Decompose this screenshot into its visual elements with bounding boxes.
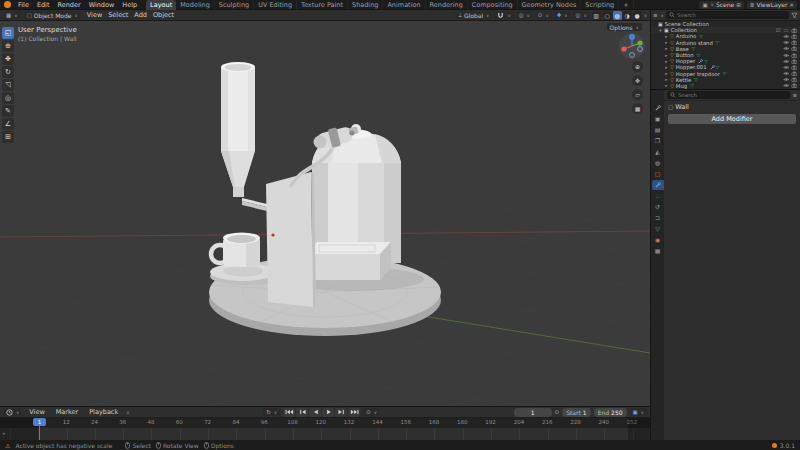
expand-caret-icon[interactable]: ▸	[663, 77, 670, 82]
gizmos-toggle[interactable]: ✚ ∨	[554, 11, 571, 19]
viewport-menu-item[interactable]: Add	[131, 11, 150, 19]
play-button[interactable]	[322, 408, 334, 417]
keying-set-icon[interactable]: ⊙	[555, 409, 560, 415]
properties-search[interactable]	[667, 91, 790, 99]
frame-end-field[interactable]: End 250	[594, 408, 627, 417]
properties-tab[interactable]: ◭	[652, 147, 664, 157]
model-hopper[interactable]	[221, 62, 255, 197]
shading-material-button[interactable]: ◑	[623, 11, 632, 20]
properties-tab[interactable]	[652, 180, 664, 190]
viewport-options-dropdown[interactable]: Options ∨	[607, 23, 642, 31]
channel-caret-icon[interactable]: ▸	[3, 430, 6, 436]
remove-view-layer-icon[interactable]: ✕	[789, 2, 794, 8]
outliner-object-row[interactable]: ▸ ▽ Mug ▽	[651, 83, 800, 89]
render-camera-icon[interactable]	[790, 46, 798, 51]
workspace-tab[interactable]: Texture Paint	[297, 0, 348, 10]
workspace-tab[interactable]: Rendering	[426, 0, 468, 10]
properties-tab[interactable]: ↺	[652, 202, 664, 212]
properties-search-input[interactable]	[678, 92, 787, 98]
expand-caret-icon[interactable]: ▸	[663, 40, 670, 45]
render-camera-icon[interactable]	[790, 71, 798, 76]
topbar-menu-item[interactable]: Window	[85, 1, 119, 9]
auto-keying-toggle[interactable]: ⊙ ∨	[363, 408, 380, 416]
jump-to-end-button[interactable]	[348, 408, 360, 417]
navigation-gizmo[interactable]	[618, 32, 646, 60]
properties-tab[interactable]: ▢	[652, 169, 664, 179]
hide-eye-icon[interactable]	[782, 40, 790, 45]
viewport-nav-button[interactable]: ▱	[632, 89, 643, 100]
workspace-tab[interactable]: Layout	[146, 0, 176, 10]
expand-caret-icon[interactable]: ▸	[663, 46, 670, 51]
current-frame-field[interactable]: 1	[514, 408, 552, 417]
workspace-tab[interactable]: Modeling	[176, 0, 215, 10]
workspace-tab[interactable]: Scripting	[581, 0, 619, 10]
viewport-menu-item[interactable]: Object	[150, 11, 177, 19]
hide-eye-icon[interactable]	[782, 53, 790, 58]
render-camera-icon[interactable]	[790, 83, 798, 88]
hide-eye-icon[interactable]	[782, 77, 790, 82]
gizmo-z-axis[interactable]	[629, 34, 635, 40]
timeline-ruler[interactable]: 1224364860728496108120132144156168180192…	[0, 418, 650, 428]
topbar-menu-item[interactable]: Edit	[33, 1, 54, 9]
timeline-editor-type-button[interactable]: ∨	[3, 408, 22, 416]
hide-eye-icon[interactable]	[782, 59, 790, 64]
toolbar-tool-button[interactable]: ◹	[2, 79, 14, 91]
expand-caret-icon[interactable]: ▸	[663, 59, 670, 64]
toolbar-tool-button[interactable]: ✥	[2, 53, 14, 65]
properties-tab[interactable]: ◉	[652, 235, 664, 245]
expand-caret-icon[interactable]: ▸	[663, 34, 670, 39]
viewport-menu-item[interactable]: View	[84, 11, 105, 19]
properties-tab[interactable]: ▤	[652, 125, 664, 135]
viewport-nav-button[interactable]: ✥	[632, 75, 643, 86]
toolbar-tool-button[interactable]: ⊕	[2, 40, 14, 52]
view-layer-selector[interactable]: ≣ ViewLayer ✕	[747, 1, 797, 9]
gizmo-x-axis[interactable]	[621, 46, 626, 51]
exclude-checkbox-icon[interactable]: ☑	[774, 27, 782, 33]
model-hopper-trapdoor[interactable]	[242, 198, 267, 211]
frame-start-field[interactable]: Start 1	[562, 408, 591, 417]
workspace-tab[interactable]: Geometry Nodes	[518, 0, 582, 10]
scene-selector[interactable]: ▣ ∨ Scene ⊞	[699, 1, 743, 9]
toolbar-tool-button[interactable]: ✎	[2, 105, 14, 117]
3d-viewport[interactable]: ◱⊕✥↻◹◎✎∠⊞ User Perspective (1) Collectio…	[0, 21, 650, 406]
properties-options-icon[interactable]: ≡	[792, 92, 797, 98]
outliner-editor-icon[interactable]: ≡	[653, 12, 658, 18]
overlays-toggle[interactable]: ◎ ∨	[573, 11, 590, 19]
workspace-tab[interactable]: Sculpting	[215, 0, 254, 10]
timeline-body[interactable]: 1224364860728496108120132144156168180192…	[0, 418, 650, 441]
properties-tab[interactable]: ▽	[652, 224, 664, 234]
outliner-search-input[interactable]	[677, 12, 786, 18]
hide-eye-icon[interactable]	[782, 46, 790, 51]
expand-caret-icon[interactable]: ▸	[663, 71, 670, 76]
transform-orientation-selector[interactable]: ⟂ Global ∨	[455, 11, 492, 19]
workspace-tab[interactable]: +	[619, 0, 633, 10]
hide-eye-icon[interactable]	[782, 65, 790, 70]
viewport-display-icon[interactable]: ▭	[782, 27, 790, 33]
toolbar-tool-button[interactable]: ◱	[2, 27, 14, 39]
gizmo-y-axis[interactable]	[637, 40, 642, 45]
new-scene-icon[interactable]: ⊞	[736, 2, 741, 8]
model-button[interactable]	[271, 233, 274, 236]
render-camera-icon[interactable]	[790, 53, 798, 58]
toolbar-tool-button[interactable]: ⊞	[2, 131, 14, 143]
timeline-menu-playback[interactable]: Playback	[85, 408, 122, 416]
prev-keyframe-button[interactable]	[296, 408, 308, 417]
snap-toggle[interactable]: ∨	[494, 11, 513, 19]
viewport-nav-button[interactable]: ▦	[632, 103, 643, 114]
expand-caret-icon[interactable]: ▸	[663, 53, 670, 58]
shading-solid-button[interactable]: ◍	[613, 11, 622, 20]
workspace-tab[interactable]: UV Editing	[254, 0, 297, 10]
toolbar-tool-button[interactable]: ↻	[2, 66, 14, 78]
timeline-menu-marker[interactable]: Marker	[52, 408, 82, 416]
shading-wireframe-button[interactable]: ○	[603, 11, 612, 20]
topbar-menu-item[interactable]: Help	[118, 1, 141, 9]
outliner-search[interactable]	[666, 11, 789, 19]
pivot-point-selector[interactable]: ⊙ ∨	[535, 11, 552, 19]
mode-selector[interactable]: ▢ Object Mode ∨	[24, 11, 81, 19]
filter-funnel-icon[interactable]	[791, 12, 798, 19]
playhead-frame-indicator[interactable]: 1	[33, 418, 46, 426]
topbar-menu-item[interactable]: File	[14, 1, 33, 9]
render-camera-icon[interactable]	[790, 59, 798, 64]
toolbar-tool-button[interactable]: ◎	[2, 92, 14, 104]
workspace-tab[interactable]: Shading	[348, 0, 383, 10]
